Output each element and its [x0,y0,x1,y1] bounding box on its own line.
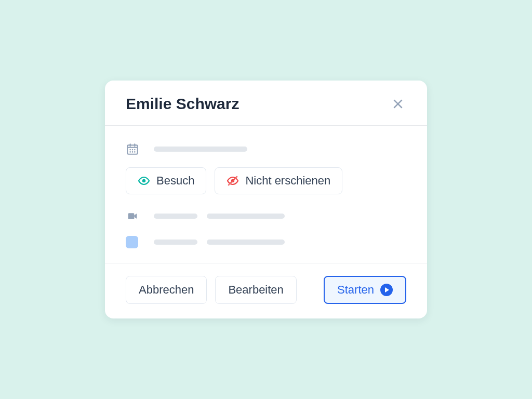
svg-point-11 [134,151,136,153]
video-placeholder-1 [154,214,197,219]
appointment-card: Emilie Schwarz [105,81,427,318]
play-icon [380,284,393,296]
close-icon [392,98,404,110]
start-button[interactable]: Starten [324,276,406,304]
card-body: Besuch Nicht erschienen [105,126,427,263]
video-row [126,211,406,221]
date-placeholder [154,147,247,152]
no-show-label: Nicht erschienen [245,174,330,188]
cancel-button[interactable]: Abbrechen [126,276,207,304]
status-buttons: Besuch Nicht erschienen [126,167,406,194]
calendar-icon [126,142,140,156]
date-row [126,142,406,156]
svg-point-7 [132,149,134,151]
svg-point-8 [134,149,136,151]
video-placeholder-2 [207,214,285,219]
eye-off-icon [227,175,239,187]
category-row [126,236,406,248]
color-swatch [126,236,140,248]
cancel-label: Abbrechen [139,283,194,297]
card-header: Emilie Schwarz [105,81,427,126]
no-show-chip[interactable]: Nicht erschienen [215,167,342,194]
category-placeholder-1 [154,240,197,245]
patient-name: Emilie Schwarz [126,95,239,113]
swatch-icon [126,236,138,248]
visit-label: Besuch [156,174,194,188]
svg-point-12 [142,179,145,182]
close-button[interactable] [390,96,406,112]
svg-point-6 [129,149,131,151]
card-footer: Abbrechen Bearbeiten Starten [105,263,427,318]
svg-rect-16 [128,213,135,219]
svg-point-9 [129,151,131,153]
svg-point-10 [132,151,134,153]
start-label: Starten [337,283,374,297]
video-icon [126,211,140,221]
visit-chip[interactable]: Besuch [126,167,206,194]
edit-button[interactable]: Bearbeiten [215,276,296,304]
category-placeholder-2 [207,240,285,245]
footer-spacer [305,276,315,304]
edit-label: Bearbeiten [228,283,283,297]
eye-icon [138,175,150,187]
